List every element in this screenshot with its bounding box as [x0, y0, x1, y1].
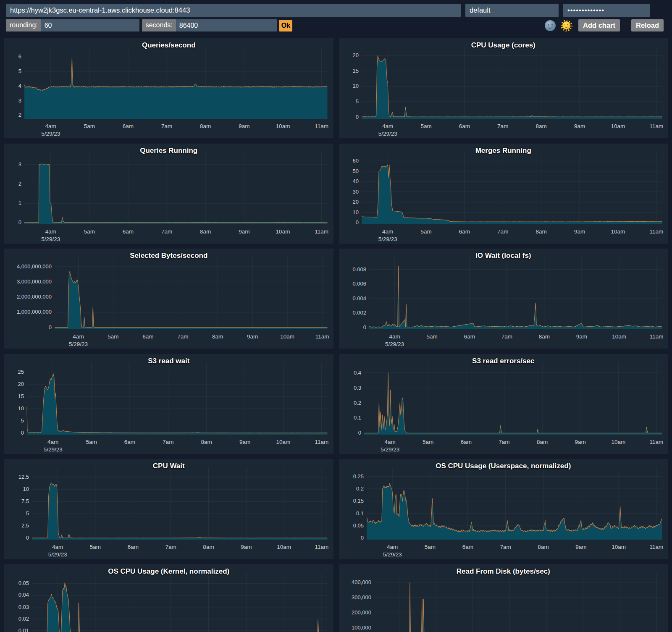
svg-text:2.5: 2.5 — [21, 523, 29, 529]
svg-text:8am: 8am — [538, 544, 549, 550]
svg-text:8am: 8am — [536, 439, 547, 445]
svg-text:6am: 6am — [123, 228, 134, 235]
chart-panel-os-cpu-usage-kernel-normalized: OS CPU Usage (Kernel, normalized)4am5/29… — [4, 564, 333, 632]
svg-text:200,000: 200,000 — [352, 609, 371, 616]
svg-text:5am: 5am — [424, 544, 435, 550]
svg-text:6: 6 — [18, 53, 21, 60]
svg-text:0.1: 0.1 — [356, 510, 363, 517]
svg-text:0: 0 — [18, 219, 21, 226]
svg-text:4am: 4am — [45, 123, 56, 129]
svg-text:6am: 6am — [460, 439, 471, 445]
chart-canvas[interactable]: 4am5/29/235am6am7am8am9am10am11am0102030… — [339, 144, 668, 244]
chart-canvas[interactable]: 4am5/29/235am6am7am8am9am10am11am00.050.… — [339, 459, 668, 559]
add-chart-button[interactable]: Add chart — [578, 19, 620, 31]
svg-text:6am: 6am — [462, 544, 473, 550]
svg-text:100,000: 100,000 — [352, 624, 371, 631]
svg-text:5: 5 — [18, 68, 21, 74]
seconds-input[interactable] — [176, 19, 277, 31]
dark-theme-moon-icon[interactable] — [545, 20, 556, 31]
svg-text:30: 30 — [352, 188, 358, 194]
svg-text:6am: 6am — [123, 123, 134, 129]
svg-text:300,000: 300,000 — [352, 594, 371, 600]
chart-panel-queries-second: Queries/second4am5/29/235am6am7am8am9am1… — [4, 38, 333, 138]
chart-title: Queries Running — [4, 147, 333, 155]
svg-text:0.004: 0.004 — [352, 295, 366, 302]
svg-text:7am: 7am — [500, 544, 511, 550]
chart-canvas[interactable]: 4am5/29/235am6am7am8am9am10am11am0123 — [4, 144, 333, 244]
svg-text:11am: 11am — [649, 123, 663, 129]
svg-text:3: 3 — [18, 161, 21, 168]
chart-panel-selected-bytes-second: Selected Bytes/second4am5/29/235am6am7am… — [4, 249, 333, 349]
svg-text:5am: 5am — [426, 333, 437, 340]
chart-canvas[interactable]: 4am5/29/235am6am7am8am9am10am11am23456 — [4, 38, 333, 138]
svg-text:7am: 7am — [161, 123, 172, 129]
svg-text:4am: 4am — [52, 544, 63, 550]
ok-button[interactable]: Ok — [279, 20, 292, 31]
svg-text:9am: 9am — [239, 123, 249, 129]
svg-text:15: 15 — [352, 68, 358, 74]
svg-text:8am: 8am — [200, 228, 211, 235]
svg-text:60: 60 — [352, 157, 358, 164]
svg-text:7am: 7am — [177, 333, 188, 340]
svg-text:6am: 6am — [464, 333, 475, 340]
svg-text:5/29/23: 5/29/23 — [41, 131, 60, 137]
chart-canvas[interactable]: 4am5/29/235am6am7am8am9am10am11am02.557.… — [4, 459, 333, 559]
svg-text:0.25: 0.25 — [353, 473, 363, 480]
svg-text:2: 2 — [18, 181, 21, 187]
svg-text:400,000: 400,000 — [352, 579, 371, 585]
svg-text:4am: 4am — [73, 333, 84, 340]
svg-text:20: 20 — [18, 380, 24, 387]
svg-text:0: 0 — [49, 324, 52, 330]
chart-title: Selected Bytes/second — [4, 252, 333, 260]
svg-text:0: 0 — [360, 535, 363, 541]
svg-text:5am: 5am — [423, 439, 433, 445]
svg-text:6am: 6am — [142, 333, 153, 340]
chart-canvas[interactable]: 4am5/29/235am6am7am8am9am10am11am00.10.2… — [339, 354, 668, 454]
svg-text:7am: 7am — [499, 439, 509, 445]
svg-text:9am: 9am — [574, 123, 585, 129]
light-theme-sun-icon[interactable] — [561, 20, 572, 31]
chart-canvas[interactable]: 4am5/29/235am6am7am8am9am10am11am0510152… — [4, 354, 333, 454]
reload-button[interactable]: Reload — [631, 19, 664, 31]
chart-canvas[interactable]: 4am5/29/235am6am7am8am9am10am11am00.0020… — [339, 249, 668, 349]
svg-text:4am: 4am — [387, 544, 398, 550]
svg-text:1,000,000,000: 1,000,000,000 — [17, 309, 52, 315]
chart-panel-s3-read-wait: S3 read wait4am5/29/235am6am7am8am9am10a… — [4, 354, 333, 454]
svg-text:8am: 8am — [201, 439, 212, 445]
rounding-input[interactable] — [41, 19, 139, 31]
svg-text:8am: 8am — [538, 333, 549, 340]
url-input[interactable] — [6, 4, 461, 17]
svg-text:0.04: 0.04 — [18, 592, 29, 598]
svg-text:8am: 8am — [536, 228, 546, 235]
chart-canvas[interactable]: 4am5/29/235am6am7am8am9am10am11am01,000,… — [4, 249, 333, 349]
chart-canvas[interactable]: 4am5/29/235am6am7am8am9am10am11am0510152… — [339, 38, 668, 138]
svg-text:0.3: 0.3 — [353, 384, 361, 391]
svg-text:9am: 9am — [575, 439, 585, 445]
chart-title: CPU Wait — [4, 462, 333, 470]
user-input[interactable] — [465, 4, 559, 17]
svg-text:5am: 5am — [420, 123, 431, 129]
charts-grid: Queries/second4am5/29/235am6am7am8am9am1… — [4, 38, 668, 632]
svg-text:20: 20 — [352, 52, 358, 58]
svg-text:0: 0 — [358, 430, 361, 436]
svg-text:11am: 11am — [649, 228, 663, 235]
svg-text:15: 15 — [18, 393, 24, 399]
password-input[interactable] — [563, 4, 650, 17]
chart-title: S3 read errors/sec — [339, 357, 668, 365]
chart-title: S3 read wait — [4, 357, 333, 365]
svg-text:7am: 7am — [165, 544, 176, 550]
svg-text:4: 4 — [18, 83, 21, 89]
svg-text:4am: 4am — [45, 228, 56, 235]
chart-title: OS CPU Usage (Kernel, normalized) — [4, 567, 333, 576]
svg-text:4am: 4am — [382, 228, 393, 235]
svg-text:0.05: 0.05 — [353, 522, 363, 529]
chart-panel-cpu-wait: CPU Wait4am5/29/235am6am7am8am9am10am11a… — [4, 459, 333, 559]
svg-text:6am: 6am — [459, 228, 470, 235]
svg-text:0.02: 0.02 — [18, 615, 29, 622]
svg-text:4,000,000,000: 4,000,000,000 — [17, 263, 52, 270]
svg-text:50: 50 — [352, 168, 358, 174]
svg-text:5am: 5am — [90, 544, 101, 550]
svg-text:6am: 6am — [459, 123, 470, 129]
svg-text:0: 0 — [21, 430, 24, 436]
svg-text:5/29/23: 5/29/23 — [69, 341, 88, 347]
